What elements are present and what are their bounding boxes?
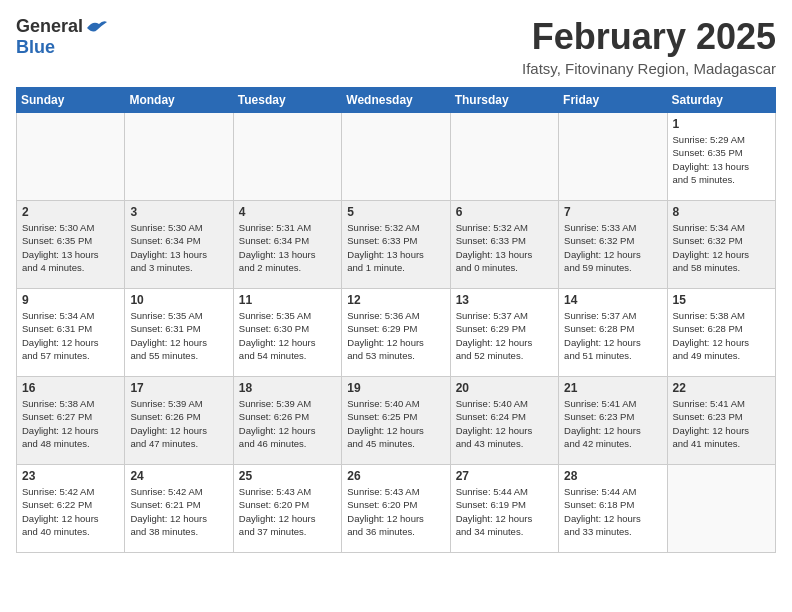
day-number: 11 bbox=[239, 293, 336, 307]
day-info: Sunrise: 5:39 AM Sunset: 6:26 PM Dayligh… bbox=[130, 397, 227, 450]
calendar-cell: 2Sunrise: 5:30 AM Sunset: 6:35 PM Daylig… bbox=[17, 201, 125, 289]
day-number: 19 bbox=[347, 381, 444, 395]
calendar-header-tuesday: Tuesday bbox=[233, 88, 341, 113]
calendar-cell: 10Sunrise: 5:35 AM Sunset: 6:31 PM Dayli… bbox=[125, 289, 233, 377]
calendar-cell bbox=[17, 113, 125, 201]
calendar-cell: 3Sunrise: 5:30 AM Sunset: 6:34 PM Daylig… bbox=[125, 201, 233, 289]
page-header: General Blue February 2025 Ifatsy, Fitov… bbox=[16, 16, 776, 77]
calendar-header-row: SundayMondayTuesdayWednesdayThursdayFrid… bbox=[17, 88, 776, 113]
day-number: 5 bbox=[347, 205, 444, 219]
day-number: 17 bbox=[130, 381, 227, 395]
calendar-cell: 4Sunrise: 5:31 AM Sunset: 6:34 PM Daylig… bbox=[233, 201, 341, 289]
day-info: Sunrise: 5:30 AM Sunset: 6:35 PM Dayligh… bbox=[22, 221, 119, 274]
day-number: 28 bbox=[564, 469, 661, 483]
calendar-cell: 12Sunrise: 5:36 AM Sunset: 6:29 PM Dayli… bbox=[342, 289, 450, 377]
day-number: 16 bbox=[22, 381, 119, 395]
calendar-cell: 22Sunrise: 5:41 AM Sunset: 6:23 PM Dayli… bbox=[667, 377, 775, 465]
location-subtitle: Ifatsy, Fitovinany Region, Madagascar bbox=[522, 60, 776, 77]
calendar-cell: 15Sunrise: 5:38 AM Sunset: 6:28 PM Dayli… bbox=[667, 289, 775, 377]
day-info: Sunrise: 5:38 AM Sunset: 6:27 PM Dayligh… bbox=[22, 397, 119, 450]
day-number: 10 bbox=[130, 293, 227, 307]
calendar-cell: 21Sunrise: 5:41 AM Sunset: 6:23 PM Dayli… bbox=[559, 377, 667, 465]
day-info: Sunrise: 5:30 AM Sunset: 6:34 PM Dayligh… bbox=[130, 221, 227, 274]
calendar-cell: 18Sunrise: 5:39 AM Sunset: 6:26 PM Dayli… bbox=[233, 377, 341, 465]
logo-general-text: General bbox=[16, 16, 83, 37]
day-number: 3 bbox=[130, 205, 227, 219]
day-info: Sunrise: 5:37 AM Sunset: 6:28 PM Dayligh… bbox=[564, 309, 661, 362]
day-number: 22 bbox=[673, 381, 770, 395]
calendar-header-thursday: Thursday bbox=[450, 88, 558, 113]
day-number: 6 bbox=[456, 205, 553, 219]
logo-bird-icon bbox=[85, 18, 107, 36]
day-number: 27 bbox=[456, 469, 553, 483]
calendar-cell: 5Sunrise: 5:32 AM Sunset: 6:33 PM Daylig… bbox=[342, 201, 450, 289]
calendar-cell: 28Sunrise: 5:44 AM Sunset: 6:18 PM Dayli… bbox=[559, 465, 667, 553]
day-info: Sunrise: 5:43 AM Sunset: 6:20 PM Dayligh… bbox=[347, 485, 444, 538]
calendar-cell bbox=[233, 113, 341, 201]
day-number: 18 bbox=[239, 381, 336, 395]
calendar-week-row: 16Sunrise: 5:38 AM Sunset: 6:27 PM Dayli… bbox=[17, 377, 776, 465]
calendar-cell: 13Sunrise: 5:37 AM Sunset: 6:29 PM Dayli… bbox=[450, 289, 558, 377]
calendar-week-row: 2Sunrise: 5:30 AM Sunset: 6:35 PM Daylig… bbox=[17, 201, 776, 289]
day-info: Sunrise: 5:42 AM Sunset: 6:21 PM Dayligh… bbox=[130, 485, 227, 538]
day-number: 20 bbox=[456, 381, 553, 395]
calendar-cell: 23Sunrise: 5:42 AM Sunset: 6:22 PM Dayli… bbox=[17, 465, 125, 553]
day-number: 23 bbox=[22, 469, 119, 483]
day-info: Sunrise: 5:35 AM Sunset: 6:31 PM Dayligh… bbox=[130, 309, 227, 362]
day-number: 25 bbox=[239, 469, 336, 483]
day-info: Sunrise: 5:40 AM Sunset: 6:24 PM Dayligh… bbox=[456, 397, 553, 450]
calendar-header-wednesday: Wednesday bbox=[342, 88, 450, 113]
calendar-cell: 1Sunrise: 5:29 AM Sunset: 6:35 PM Daylig… bbox=[667, 113, 775, 201]
day-number: 24 bbox=[130, 469, 227, 483]
day-number: 1 bbox=[673, 117, 770, 131]
day-number: 15 bbox=[673, 293, 770, 307]
calendar-cell: 17Sunrise: 5:39 AM Sunset: 6:26 PM Dayli… bbox=[125, 377, 233, 465]
day-info: Sunrise: 5:39 AM Sunset: 6:26 PM Dayligh… bbox=[239, 397, 336, 450]
calendar-cell: 6Sunrise: 5:32 AM Sunset: 6:33 PM Daylig… bbox=[450, 201, 558, 289]
calendar-cell: 11Sunrise: 5:35 AM Sunset: 6:30 PM Dayli… bbox=[233, 289, 341, 377]
day-info: Sunrise: 5:29 AM Sunset: 6:35 PM Dayligh… bbox=[673, 133, 770, 186]
calendar-cell: 24Sunrise: 5:42 AM Sunset: 6:21 PM Dayli… bbox=[125, 465, 233, 553]
calendar-week-row: 23Sunrise: 5:42 AM Sunset: 6:22 PM Dayli… bbox=[17, 465, 776, 553]
calendar-cell bbox=[450, 113, 558, 201]
calendar-cell bbox=[125, 113, 233, 201]
day-number: 12 bbox=[347, 293, 444, 307]
day-info: Sunrise: 5:35 AM Sunset: 6:30 PM Dayligh… bbox=[239, 309, 336, 362]
calendar-cell: 14Sunrise: 5:37 AM Sunset: 6:28 PM Dayli… bbox=[559, 289, 667, 377]
day-info: Sunrise: 5:40 AM Sunset: 6:25 PM Dayligh… bbox=[347, 397, 444, 450]
calendar-week-row: 9Sunrise: 5:34 AM Sunset: 6:31 PM Daylig… bbox=[17, 289, 776, 377]
day-info: Sunrise: 5:38 AM Sunset: 6:28 PM Dayligh… bbox=[673, 309, 770, 362]
day-info: Sunrise: 5:32 AM Sunset: 6:33 PM Dayligh… bbox=[456, 221, 553, 274]
calendar-cell bbox=[667, 465, 775, 553]
day-info: Sunrise: 5:34 AM Sunset: 6:32 PM Dayligh… bbox=[673, 221, 770, 274]
day-number: 4 bbox=[239, 205, 336, 219]
day-info: Sunrise: 5:41 AM Sunset: 6:23 PM Dayligh… bbox=[673, 397, 770, 450]
month-title: February 2025 bbox=[522, 16, 776, 58]
calendar-cell: 26Sunrise: 5:43 AM Sunset: 6:20 PM Dayli… bbox=[342, 465, 450, 553]
day-number: 9 bbox=[22, 293, 119, 307]
calendar-cell: 9Sunrise: 5:34 AM Sunset: 6:31 PM Daylig… bbox=[17, 289, 125, 377]
day-info: Sunrise: 5:41 AM Sunset: 6:23 PM Dayligh… bbox=[564, 397, 661, 450]
day-number: 26 bbox=[347, 469, 444, 483]
day-number: 13 bbox=[456, 293, 553, 307]
logo-blue-text: Blue bbox=[16, 37, 55, 58]
calendar-table: SundayMondayTuesdayWednesdayThursdayFrid… bbox=[16, 87, 776, 553]
day-info: Sunrise: 5:37 AM Sunset: 6:29 PM Dayligh… bbox=[456, 309, 553, 362]
day-number: 21 bbox=[564, 381, 661, 395]
calendar-cell bbox=[559, 113, 667, 201]
logo: General Blue bbox=[16, 16, 107, 58]
calendar-cell: 25Sunrise: 5:43 AM Sunset: 6:20 PM Dayli… bbox=[233, 465, 341, 553]
day-info: Sunrise: 5:44 AM Sunset: 6:19 PM Dayligh… bbox=[456, 485, 553, 538]
day-info: Sunrise: 5:36 AM Sunset: 6:29 PM Dayligh… bbox=[347, 309, 444, 362]
title-block: February 2025 Ifatsy, Fitovinany Region,… bbox=[522, 16, 776, 77]
calendar-cell: 19Sunrise: 5:40 AM Sunset: 6:25 PM Dayli… bbox=[342, 377, 450, 465]
day-number: 7 bbox=[564, 205, 661, 219]
calendar-cell: 27Sunrise: 5:44 AM Sunset: 6:19 PM Dayli… bbox=[450, 465, 558, 553]
calendar-cell: 8Sunrise: 5:34 AM Sunset: 6:32 PM Daylig… bbox=[667, 201, 775, 289]
day-number: 8 bbox=[673, 205, 770, 219]
calendar-cell: 16Sunrise: 5:38 AM Sunset: 6:27 PM Dayli… bbox=[17, 377, 125, 465]
calendar-header-saturday: Saturday bbox=[667, 88, 775, 113]
calendar-week-row: 1Sunrise: 5:29 AM Sunset: 6:35 PM Daylig… bbox=[17, 113, 776, 201]
day-info: Sunrise: 5:43 AM Sunset: 6:20 PM Dayligh… bbox=[239, 485, 336, 538]
calendar-cell bbox=[342, 113, 450, 201]
